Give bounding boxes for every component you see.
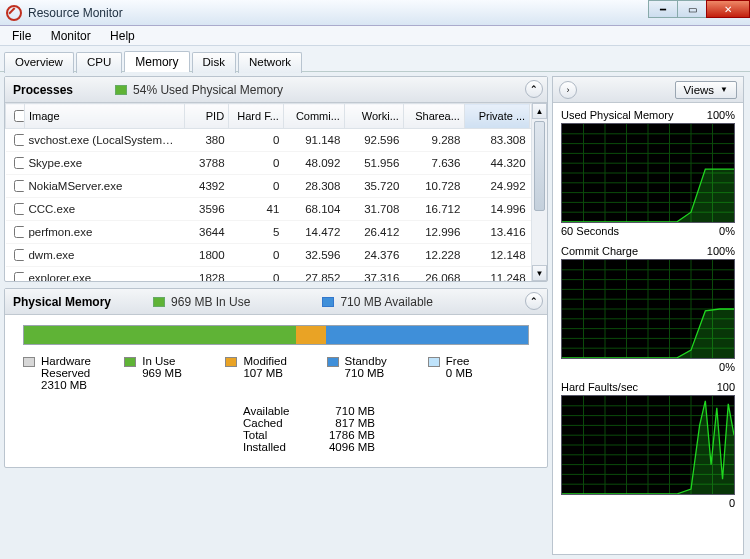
cell-workingset: 37.316 bbox=[344, 267, 403, 282]
physical-memory-panel: Physical Memory 969 MB In Use 710 MB Ava… bbox=[4, 288, 548, 468]
memory-stats: Available710 MB Cached817 MB Total1786 M… bbox=[243, 405, 529, 453]
tabstrip: Overview CPU Memory Disk Network bbox=[0, 46, 750, 72]
legend-free-label: Free bbox=[446, 355, 473, 367]
maximize-button[interactable]: ▭ bbox=[677, 0, 707, 18]
cell-image: NokiaMServer.exe bbox=[24, 175, 184, 198]
row-checkbox[interactable] bbox=[14, 134, 25, 146]
col-workingset[interactable]: Worki... bbox=[344, 104, 403, 129]
tab-overview[interactable]: Overview bbox=[4, 52, 74, 73]
cell-image: Skype.exe bbox=[24, 152, 184, 175]
cell-image: CCC.exe bbox=[24, 198, 184, 221]
graph2-bottom-right: 0% bbox=[719, 361, 735, 373]
cell-hardfaults: 0 bbox=[229, 244, 284, 267]
cell-pid: 1828 bbox=[184, 267, 228, 282]
stat-cached-value: 817 MB bbox=[315, 417, 375, 429]
hard-faults-graph bbox=[561, 395, 735, 495]
cell-private: 24.992 bbox=[464, 175, 529, 198]
row-checkbox[interactable] bbox=[14, 157, 25, 169]
legend-mod-label: Modified bbox=[243, 355, 286, 367]
processes-table: Image PID Hard F... Commi... Worki... Sh… bbox=[5, 103, 547, 281]
row-checkbox[interactable] bbox=[14, 180, 25, 192]
col-check[interactable] bbox=[6, 104, 25, 129]
row-checkbox[interactable] bbox=[14, 203, 25, 215]
cell-pid: 380 bbox=[184, 129, 228, 152]
table-row[interactable]: dwm.exe1800032.59624.37612.22812.148 bbox=[6, 244, 547, 267]
cell-commit: 14.472 bbox=[283, 221, 344, 244]
cell-shareable: 12.996 bbox=[403, 221, 464, 244]
legend-mod-value: 107 MB bbox=[243, 367, 286, 379]
col-pid[interactable]: PID bbox=[184, 104, 228, 129]
cell-commit: 91.148 bbox=[283, 129, 344, 152]
graph1-bottom-right: 0% bbox=[719, 225, 735, 237]
cell-commit: 32.596 bbox=[283, 244, 344, 267]
cell-workingset: 35.720 bbox=[344, 175, 403, 198]
menu-file[interactable]: File bbox=[4, 28, 39, 44]
table-row[interactable]: CCC.exe35964168.10431.70816.71214.996 bbox=[6, 198, 547, 221]
close-button[interactable]: ✕ bbox=[706, 0, 750, 18]
col-private[interactable]: Private ... bbox=[464, 104, 529, 129]
processes-scrollbar[interactable]: ▲ ▼ bbox=[531, 103, 547, 281]
views-button[interactable]: Views ▼ bbox=[675, 81, 737, 99]
row-checkbox[interactable] bbox=[14, 226, 25, 238]
minimize-button[interactable]: ━ bbox=[648, 0, 678, 18]
tab-cpu[interactable]: CPU bbox=[76, 52, 122, 73]
table-row[interactable]: svchost.exe (LocalSystemNet...380091.148… bbox=[6, 129, 547, 152]
select-all-checkbox[interactable] bbox=[14, 110, 24, 122]
legend-free-value: 0 MB bbox=[446, 367, 473, 379]
table-row[interactable]: Skype.exe3788048.09251.9567.63644.320 bbox=[6, 152, 547, 175]
col-image[interactable]: Image bbox=[24, 104, 184, 129]
col-shareable[interactable]: Sharea... bbox=[403, 104, 464, 129]
collapse-physmem-button[interactable]: ⌃ bbox=[525, 292, 543, 310]
window-titlebar: Resource Monitor ━ ▭ ✕ bbox=[0, 0, 750, 26]
graph3-bottom-right: 0 bbox=[729, 497, 735, 509]
menu-help[interactable]: Help bbox=[102, 28, 143, 44]
tab-memory[interactable]: Memory bbox=[124, 51, 189, 72]
cell-private: 11.248 bbox=[464, 267, 529, 282]
legend-inuse-value: 969 MB bbox=[142, 367, 182, 379]
stat-total-label: Total bbox=[243, 429, 303, 441]
col-commit[interactable]: Commi... bbox=[283, 104, 344, 129]
stat-cached-label: Cached bbox=[243, 417, 303, 429]
table-row[interactable]: explorer.exe1828027.85237.31626.06811.24… bbox=[6, 267, 547, 282]
cell-private: 12.148 bbox=[464, 244, 529, 267]
menu-monitor[interactable]: Monitor bbox=[43, 28, 99, 44]
col-hardfaults[interactable]: Hard F... bbox=[229, 104, 284, 129]
stat-available-label: Available bbox=[243, 405, 303, 417]
row-checkbox[interactable] bbox=[14, 249, 25, 261]
stat-available-value: 710 MB bbox=[315, 405, 375, 417]
table-row[interactable]: perfmon.exe3644514.47226.41212.99613.416 bbox=[6, 221, 547, 244]
cell-commit: 48.092 bbox=[283, 152, 344, 175]
cell-pid: 4392 bbox=[184, 175, 228, 198]
memory-segment-standby bbox=[326, 326, 528, 344]
memory-legend: Hardware Reserved2310 MB In Use969 MB Mo… bbox=[23, 355, 529, 391]
used-physical-memory-graph bbox=[561, 123, 735, 223]
cell-pid: 3788 bbox=[184, 152, 228, 175]
graph2-title: Commit Charge bbox=[561, 245, 638, 257]
row-checkbox[interactable] bbox=[14, 272, 25, 281]
cell-commit: 28.308 bbox=[283, 175, 344, 198]
window-title: Resource Monitor bbox=[28, 6, 123, 20]
commit-charge-graph bbox=[561, 259, 735, 359]
tab-disk[interactable]: Disk bbox=[192, 52, 236, 73]
scroll-down-button[interactable]: ▼ bbox=[532, 265, 547, 281]
cell-commit: 68.104 bbox=[283, 198, 344, 221]
collapse-processes-button[interactable]: ⌃ bbox=[525, 80, 543, 98]
scroll-thumb[interactable] bbox=[534, 121, 545, 211]
cell-shareable: 9.288 bbox=[403, 129, 464, 152]
legend-hw-label: Hardware Reserved bbox=[41, 355, 124, 379]
memory-segment-modified bbox=[296, 326, 326, 344]
legend-hw-value: 2310 MB bbox=[41, 379, 124, 391]
cell-image: explorer.exe bbox=[24, 267, 184, 282]
cell-workingset: 31.708 bbox=[344, 198, 403, 221]
graphs-panel: › Views ▼ Used Physical Memory100% 60 Se… bbox=[552, 76, 744, 555]
inuse-swatch-icon bbox=[124, 357, 136, 367]
tab-network[interactable]: Network bbox=[238, 52, 302, 73]
menubar: File Monitor Help bbox=[0, 26, 750, 46]
graphs-collapse-button[interactable]: › bbox=[559, 81, 577, 99]
graph2-max: 100% bbox=[707, 245, 735, 257]
cell-workingset: 92.596 bbox=[344, 129, 403, 152]
table-row[interactable]: NokiaMServer.exe4392028.30835.72010.7282… bbox=[6, 175, 547, 198]
processes-summary: 54% Used Physical Memory bbox=[133, 83, 283, 97]
scroll-up-button[interactable]: ▲ bbox=[532, 103, 547, 119]
stat-installed-label: Installed bbox=[243, 441, 303, 453]
